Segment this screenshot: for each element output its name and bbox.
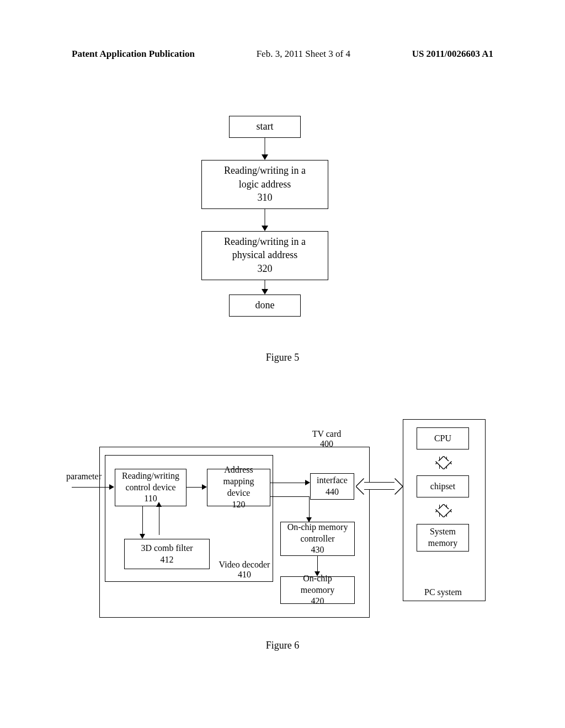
- flow-box-320: Reading/writing in a physical address 32…: [201, 231, 328, 280]
- bus-connector-icon: [439, 457, 447, 469]
- box-system-memory: System memory: [417, 524, 469, 552]
- flow-box-320-line1: Reading/writing in a: [211, 235, 319, 248]
- box-sysmem-line1: System: [422, 526, 464, 538]
- arrow-line: [72, 487, 110, 488]
- box-440-num: 440: [315, 486, 349, 498]
- arrow-line: [186, 487, 203, 488]
- video-decoder-label: Video decoder 410: [214, 560, 275, 580]
- bus-connector-icon: [439, 505, 447, 517]
- figure-5-flowchart: start Reading/writing in a logic address…: [193, 116, 337, 317]
- arrow-head-up-icon: [156, 502, 162, 507]
- flow-box-320-line2: physical address: [211, 248, 319, 261]
- arrow-line: [317, 556, 318, 572]
- arrow-line: [270, 496, 309, 497]
- flow-arrow-icon: [264, 280, 265, 295]
- box-120-num: 120: [212, 499, 265, 511]
- video-decoder-label-text: Video decoder: [214, 560, 275, 570]
- box-430: On-chip memory controller 430: [280, 522, 355, 556]
- flow-box-310-num: 310: [211, 191, 319, 204]
- box-120-line2: mapping device: [212, 476, 265, 499]
- box-120-line1: Address: [212, 464, 265, 476]
- header-left: Patent Application Publication: [72, 49, 195, 60]
- box-110: Reading/writing control device 110: [115, 469, 186, 506]
- box-440-interface: interface 440: [310, 473, 354, 500]
- header-right: US 2011/0026603 A1: [412, 49, 493, 60]
- box-chipset: chipset: [417, 475, 469, 497]
- box-430-line2: controller: [285, 533, 350, 545]
- figure-5-caption: Figure 5: [0, 352, 565, 363]
- flow-box-310-line2: logic address: [211, 178, 319, 191]
- flow-box-start: start: [229, 116, 301, 138]
- arrow-line: [142, 506, 143, 535]
- arrow-head-right-icon: [109, 484, 114, 490]
- box-420: On-chip meomory 420: [280, 576, 355, 604]
- box-440-line1: interface: [315, 475, 349, 486]
- arrow-line: [309, 496, 310, 518]
- box-430-line1: On-chip memory: [285, 522, 350, 533]
- flow-box-310-line1: Reading/writing in a: [211, 164, 319, 177]
- bus-connector-icon: [364, 482, 395, 490]
- box-420-num: 420: [285, 596, 350, 607]
- box-120: Address mapping device 120: [207, 469, 270, 506]
- box-430-num: 430: [285, 544, 350, 556]
- pc-system-label: PC system: [418, 587, 468, 597]
- box-412-num: 412: [129, 554, 205, 566]
- box-110-num: 110: [120, 493, 182, 505]
- flow-arrow-icon: [264, 138, 265, 160]
- arrow-head-right-icon: [305, 480, 310, 485]
- figure-6-caption: Figure 6: [0, 640, 565, 651]
- flow-box-320-num: 320: [211, 262, 319, 275]
- page-header: Patent Application Publication Feb. 3, 2…: [0, 49, 565, 60]
- tv-card-label: TV card 400: [305, 429, 349, 449]
- box-110-line2: control device: [120, 482, 182, 494]
- video-decoder-label-num: 410: [214, 570, 275, 580]
- box-cpu: CPU: [417, 427, 469, 449]
- box-420-line1: On-chip meomory: [285, 573, 350, 596]
- figure-6-block-diagram: TV card 400 Video decoder 410 parameter …: [72, 425, 508, 623]
- tv-card-label-num: 400: [305, 439, 349, 449]
- arrow-head-down-icon: [140, 534, 145, 539]
- box-110-line1: Reading/writing: [120, 470, 182, 482]
- arrow-line: [270, 483, 306, 483]
- box-sysmem-line2: memory: [422, 538, 464, 549]
- arrow-line: [159, 506, 159, 535]
- flow-box-done: done: [229, 295, 301, 317]
- tv-card-label-text: TV card: [305, 429, 349, 439]
- flow-arrow-icon: [264, 209, 265, 231]
- flow-box-310: Reading/writing in a logic address 310: [201, 160, 328, 209]
- box-412: 3D comb filter 412: [124, 539, 210, 569]
- arrow-head-right-icon: [202, 484, 207, 490]
- parameter-label: parameter: [66, 472, 102, 481]
- box-412-line1: 3D comb filter: [129, 543, 205, 554]
- header-mid: Feb. 3, 2011 Sheet 3 of 4: [257, 49, 350, 60]
